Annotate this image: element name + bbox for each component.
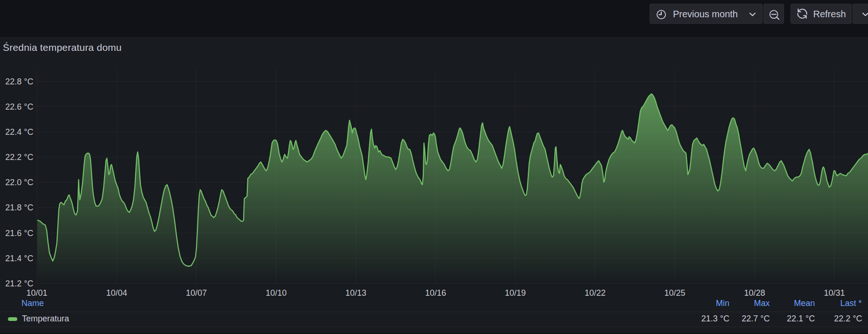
svg-text:10/07: 10/07 [186, 288, 207, 298]
svg-text:21.2 °C: 21.2 °C [5, 279, 33, 288]
svg-text:10/10: 10/10 [266, 288, 287, 298]
svg-text:22.0 °C: 22.0 °C [5, 178, 33, 187]
svg-text:22.4 °C: 22.4 °C [5, 127, 33, 137]
svg-text:10/19: 10/19 [505, 288, 526, 298]
svg-text:21.4 °C: 21.4 °C [5, 254, 33, 263]
svg-text:10/22: 10/22 [585, 288, 606, 298]
svg-text:21.8 °C: 21.8 °C [5, 203, 33, 212]
svg-text:10/13: 10/13 [345, 288, 366, 298]
svg-text:22.6 °C: 22.6 °C [5, 102, 33, 111]
svg-text:10/25: 10/25 [665, 288, 686, 298]
svg-text:10/01: 10/01 [26, 288, 47, 298]
svg-text:10/28: 10/28 [744, 288, 765, 298]
svg-text:22.2 °C: 22.2 °C [5, 153, 33, 162]
svg-text:22.8 °C: 22.8 °C [5, 77, 33, 86]
svg-text:10/16: 10/16 [425, 288, 446, 298]
svg-text:10/31: 10/31 [824, 288, 845, 298]
svg-text:10/04: 10/04 [106, 288, 127, 298]
svg-text:21.6 °C: 21.6 °C [5, 229, 33, 238]
